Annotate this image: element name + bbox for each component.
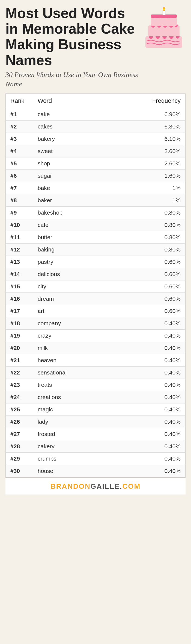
cell-rank: #14 bbox=[6, 268, 33, 280]
cell-word: heaven bbox=[33, 354, 110, 367]
table-row: #27frosted0.40% bbox=[6, 428, 185, 440]
col-header-rank: Rank bbox=[6, 94, 33, 108]
table-row: #18company0.40% bbox=[6, 317, 185, 330]
cell-word: city bbox=[33, 280, 110, 293]
cell-rank: #17 bbox=[6, 305, 33, 317]
table-row: #12baking0.80% bbox=[6, 244, 185, 256]
main-title: Most Used Words in Memorable Cake Making… bbox=[5, 5, 139, 68]
table-row: #15city0.60% bbox=[6, 280, 185, 293]
cell-rank: #10 bbox=[6, 219, 33, 231]
cell-rank: #24 bbox=[6, 391, 33, 403]
table-row: #10cafe0.80% bbox=[6, 219, 185, 231]
table-row: #8baker1% bbox=[6, 194, 185, 207]
page-container: Most Used Words in Memorable Cake Making… bbox=[0, 0, 191, 494]
cell-word: frosted bbox=[33, 428, 110, 440]
cell-frequency: 0.40% bbox=[110, 416, 185, 428]
cell-frequency: 0.60% bbox=[110, 280, 185, 293]
cell-rank: #4 bbox=[6, 145, 33, 157]
cell-word: butter bbox=[33, 231, 110, 244]
cell-frequency: 0.40% bbox=[110, 465, 185, 477]
cell-rank: #28 bbox=[6, 440, 33, 453]
footer-brandon: BRANDON bbox=[50, 482, 91, 490]
cell-rank: #7 bbox=[6, 182, 33, 194]
cell-frequency: 1.60% bbox=[110, 170, 185, 182]
cell-word: bakery bbox=[33, 133, 110, 145]
table-row: #14delicious0.60% bbox=[6, 268, 185, 280]
cell-frequency: 1% bbox=[110, 182, 185, 194]
cell-rank: #16 bbox=[6, 293, 33, 305]
col-header-word: Word bbox=[33, 94, 110, 108]
cell-frequency: 0.60% bbox=[110, 293, 185, 305]
header-section: Most Used Words in Memorable Cake Making… bbox=[5, 5, 186, 89]
cell-frequency: 0.80% bbox=[110, 244, 185, 256]
cell-word: dream bbox=[33, 293, 110, 305]
cell-word: shop bbox=[33, 157, 110, 170]
cell-word: cakes bbox=[33, 121, 110, 133]
cell-frequency: 0.80% bbox=[110, 231, 185, 244]
cell-frequency: 0.80% bbox=[110, 219, 185, 231]
table-row: #28cakery0.40% bbox=[6, 440, 185, 453]
cell-rank: #6 bbox=[6, 170, 33, 182]
cell-word: crazy bbox=[33, 330, 110, 342]
table-row: #9bakeshop0.80% bbox=[6, 207, 185, 219]
cell-rank: #30 bbox=[6, 465, 33, 477]
cell-frequency: 0.40% bbox=[110, 428, 185, 440]
cell-rank: #9 bbox=[6, 207, 33, 219]
cell-rank: #11 bbox=[6, 231, 33, 244]
table-row: #23treats0.40% bbox=[6, 379, 185, 391]
cell-word: cakery bbox=[33, 440, 110, 453]
footer-gaille: GAILLE bbox=[91, 482, 120, 490]
cell-frequency: 6.30% bbox=[110, 121, 185, 133]
footer-com: COM bbox=[122, 482, 141, 490]
table-row: #29crumbs0.40% bbox=[6, 453, 185, 465]
cell-word: sugar bbox=[33, 170, 110, 182]
table-row: #1cake6.90% bbox=[6, 108, 185, 121]
cell-rank: #22 bbox=[6, 367, 33, 379]
cell-word: sensational bbox=[33, 367, 110, 379]
cell-frequency: 0.40% bbox=[110, 330, 185, 342]
cell-rank: #21 bbox=[6, 354, 33, 367]
cell-frequency: 0.40% bbox=[110, 440, 185, 453]
cell-frequency: 0.40% bbox=[110, 342, 185, 354]
cell-frequency: 0.40% bbox=[110, 403, 185, 416]
cell-rank: #29 bbox=[6, 453, 33, 465]
cell-rank: #5 bbox=[6, 157, 33, 170]
cake-icon bbox=[142, 5, 186, 52]
table-row: #24creations0.40% bbox=[6, 391, 185, 403]
footer: BRANDONGAILLE.COM bbox=[5, 478, 186, 494]
cell-word: pastry bbox=[33, 256, 110, 268]
table-row: #19crazy0.40% bbox=[6, 330, 185, 342]
cell-word: bake bbox=[33, 182, 110, 194]
cell-word: cafe bbox=[33, 219, 110, 231]
cell-frequency: 2.60% bbox=[110, 145, 185, 157]
cell-rank: #2 bbox=[6, 121, 33, 133]
table-row: #11butter0.80% bbox=[6, 231, 185, 244]
cell-word: cake bbox=[33, 108, 110, 121]
cell-frequency: 0.80% bbox=[110, 207, 185, 219]
cell-rank: #3 bbox=[6, 133, 33, 145]
cell-rank: #25 bbox=[6, 403, 33, 416]
table-row: #17art0.60% bbox=[6, 305, 185, 317]
cell-frequency: 0.60% bbox=[110, 305, 185, 317]
cell-frequency: 0.60% bbox=[110, 268, 185, 280]
cell-frequency: 0.40% bbox=[110, 453, 185, 465]
cell-rank: #20 bbox=[6, 342, 33, 354]
table-row: #30house0.40% bbox=[6, 465, 185, 477]
cell-rank: #19 bbox=[6, 330, 33, 342]
cell-rank: #23 bbox=[6, 379, 33, 391]
cell-word: company bbox=[33, 317, 110, 330]
cell-word: crumbs bbox=[33, 453, 110, 465]
table-row: #16dream0.60% bbox=[6, 293, 185, 305]
table-row: #21heaven0.40% bbox=[6, 354, 185, 367]
cell-word: lady bbox=[33, 416, 110, 428]
cell-rank: #26 bbox=[6, 416, 33, 428]
table-row: #13pastry0.60% bbox=[6, 256, 185, 268]
table-row: #3bakery6.10% bbox=[6, 133, 185, 145]
words-table: Rank Word Frequency #1cake6.90%#2cakes6.… bbox=[6, 94, 185, 477]
cell-rank: #13 bbox=[6, 256, 33, 268]
table-row: #22sensational0.40% bbox=[6, 367, 185, 379]
cell-frequency: 6.10% bbox=[110, 133, 185, 145]
footer-text: BRANDONGAILLE.COM bbox=[50, 482, 141, 490]
footer-dot: . bbox=[120, 482, 122, 490]
cell-word: sweet bbox=[33, 145, 110, 157]
